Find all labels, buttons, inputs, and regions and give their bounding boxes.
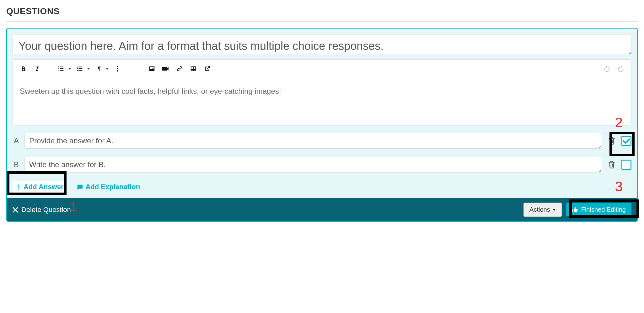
add-explanation-button[interactable]: Add Explanation [73, 181, 143, 193]
page-title: QUESTIONS [6, 6, 638, 22]
svg-point-0 [117, 66, 118, 67]
trash-icon[interactable] [606, 159, 617, 170]
actions-label: Actions [529, 206, 550, 213]
thumbs-up-icon [572, 207, 578, 213]
link-icon[interactable] [174, 63, 185, 75]
close-icon [13, 207, 18, 213]
description-editor: Sweeten up this question with cool facts… [13, 59, 631, 125]
unordered-list-dropdown-icon[interactable] [86, 67, 91, 70]
more-text-icon[interactable] [111, 63, 123, 75]
answer-letter: B [13, 160, 20, 169]
ordered-list-dropdown-icon[interactable] [67, 67, 72, 70]
question-input[interactable] [13, 34, 631, 55]
answers-list: 2 A B [13, 133, 631, 194]
editor-toolbar [13, 60, 631, 78]
plus-icon [15, 184, 21, 190]
redo-icon[interactable] [615, 63, 627, 75]
italic-icon[interactable] [31, 63, 43, 75]
answer-letter: A [13, 136, 20, 145]
ordered-list-icon[interactable] [55, 63, 67, 75]
answer-actions: Add Answer Add Explanation 3 [13, 181, 631, 194]
answer-row-b: B [13, 157, 631, 172]
finished-editing-button[interactable]: Finished Editing [566, 203, 631, 216]
question-footer: 1 Delete Question Actions Finished Editi… [7, 198, 637, 221]
actions-dropdown[interactable]: Actions [523, 203, 562, 217]
annotation-3: 3 [615, 179, 623, 194]
question-panel: Sweeten up this question with cool facts… [6, 28, 638, 222]
description-input[interactable]: Sweeten up this question with cool facts… [13, 78, 631, 125]
undo-icon[interactable] [601, 63, 613, 75]
table-icon[interactable] [187, 63, 199, 75]
bold-icon[interactable] [17, 63, 29, 75]
add-answer-label: Add Answer [24, 183, 64, 191]
correct-answer-toggle[interactable] [621, 136, 631, 146]
unordered-list-icon[interactable] [74, 63, 86, 75]
video-icon[interactable] [160, 63, 172, 75]
paragraph-format-dropdown-icon[interactable] [105, 67, 110, 70]
answer-input-a[interactable] [24, 133, 602, 149]
trash-icon[interactable] [606, 135, 617, 146]
open-external-icon[interactable] [201, 63, 213, 75]
paragraph-format-icon[interactable] [93, 63, 105, 75]
delete-question-label: Delete Question [21, 206, 71, 214]
answer-input-b[interactable] [24, 157, 602, 172]
correct-answer-toggle[interactable] [621, 160, 631, 170]
image-icon[interactable] [146, 63, 158, 75]
svg-point-2 [117, 70, 118, 72]
svg-point-1 [117, 68, 118, 69]
chevron-down-icon [553, 208, 556, 211]
delete-question-button[interactable]: Delete Question [13, 206, 71, 214]
add-explanation-label: Add Explanation [86, 183, 140, 191]
answer-row-a: A [13, 133, 631, 149]
chat-icon [76, 183, 83, 190]
add-answer-button[interactable]: Add Answer [13, 181, 67, 193]
finished-editing-label: Finished Editing [581, 206, 626, 213]
